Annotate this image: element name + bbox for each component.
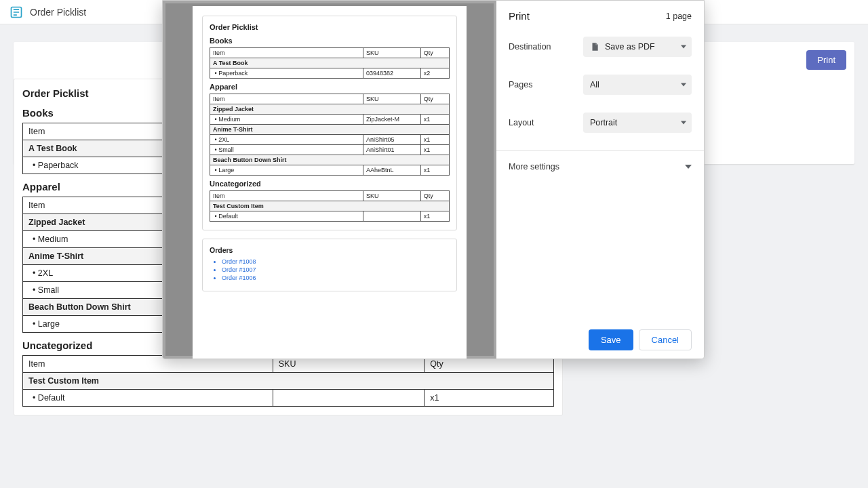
cancel-button[interactable]: Cancel (639, 329, 692, 350)
print-settings-pane: Print 1 page Destination Save as PDF Pag… (496, 1, 704, 359)
print-dialog: Order Picklist Books ItemSKUQty A Test B… (162, 0, 705, 359)
print-preview-page: Order Picklist Books ItemSKUQty A Test B… (193, 6, 467, 359)
divider (496, 150, 704, 151)
more-settings-toggle[interactable]: More settings (509, 158, 692, 171)
setting-pages-row: Pages All (509, 75, 692, 95)
layout-label: Layout (509, 118, 583, 127)
destination-value: Save as PDF (605, 42, 655, 52)
print-header: Print 1 page (509, 10, 692, 22)
orders-list: Order #1008 Order #1007 Order #1006 (210, 258, 450, 281)
chevron-down-icon (681, 121, 686, 125)
preview-section-heading: Uncategorized (210, 180, 450, 188)
preview-table: ItemSKUQty A Test Book • Paperback039483… (210, 47, 450, 79)
preview-table: ItemSKUQty Zipped Jacket • MediumZipJack… (210, 94, 450, 176)
print-preview-pane[interactable]: Order Picklist Books ItemSKUQty A Test B… (163, 1, 496, 359)
preview-orders-card: Orders Order #1008 Order #1007 Order #10… (202, 239, 457, 291)
pages-label: Pages (509, 80, 583, 89)
chevron-down-icon (685, 163, 692, 170)
order-link[interactable]: Order #1006 (222, 274, 450, 281)
setting-layout-row: Layout Portrait (509, 113, 692, 133)
setting-destination-row: Destination Save as PDF (509, 37, 692, 57)
more-settings-label: More settings (509, 162, 559, 171)
app-title: Order Picklist (30, 7, 86, 18)
preview-section-heading: Books (210, 37, 450, 45)
pages-value: All (590, 80, 599, 89)
orders-heading: Orders (210, 246, 450, 254)
preview-title: Order Picklist (210, 23, 450, 31)
app-icon (9, 5, 23, 19)
pages-select[interactable]: All (583, 75, 692, 95)
layout-value: Portrait (590, 118, 617, 127)
order-link[interactable]: Order #1008 (222, 258, 450, 265)
preview-section-heading: Apparel (210, 83, 450, 91)
table-row: • Default x1 (23, 390, 554, 407)
save-button[interactable]: Save (589, 329, 633, 350)
print-title: Print (509, 10, 530, 22)
preview-picklist-card: Order Picklist Books ItemSKUQty A Test B… (202, 16, 457, 230)
print-preview-scroll[interactable]: Order Picklist Books ItemSKUQty A Test B… (165, 3, 494, 356)
chevron-down-icon (681, 45, 686, 49)
order-link[interactable]: Order #1007 (222, 266, 450, 273)
destination-select[interactable]: Save as PDF (583, 37, 692, 57)
print-button[interactable]: Print (806, 50, 846, 70)
preview-table: ItemSKUQty Test Custom Item • Defaultx1 (210, 190, 450, 222)
page-count: 1 page (666, 12, 692, 21)
layout-select[interactable]: Portrait (583, 113, 692, 133)
chevron-down-icon (681, 83, 686, 87)
destination-label: Destination (509, 42, 583, 52)
pdf-icon (590, 42, 599, 52)
table-group-row: Test Custom Item (23, 373, 554, 390)
dialog-buttons: Save Cancel (509, 324, 692, 350)
picklist-table: Item SKU Qty Test Custom Item • Default … (22, 355, 554, 407)
